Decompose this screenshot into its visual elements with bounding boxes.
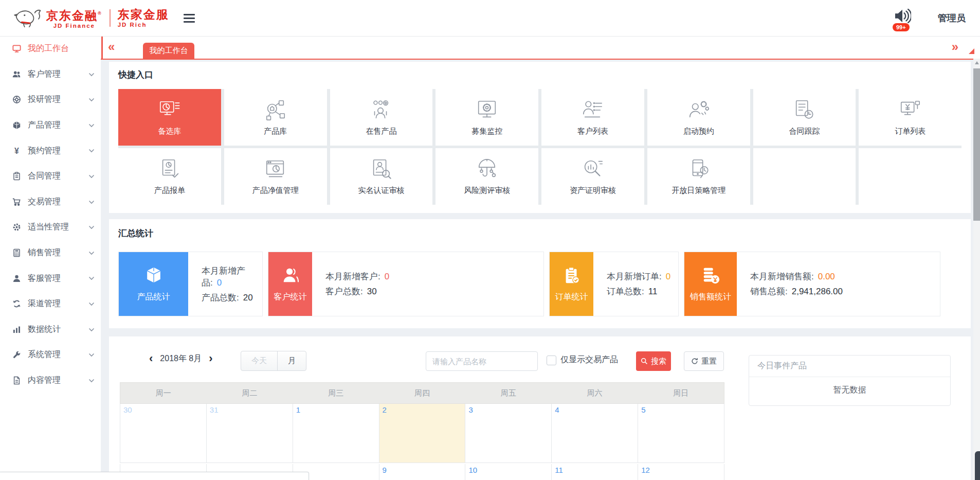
stat-line-new: 本月新增客户:0 [325,271,389,282]
stat-line1-value: 0 [666,272,670,281]
sidebar-item[interactable]: 产品管理 [0,113,101,138]
corner-triangle-icon[interactable] [969,48,974,54]
stat-line2-label: 销售总额: [750,287,788,296]
sidebar-item-label: 预约管理 [28,146,61,156]
collapse-tabs-right-icon[interactable]: » [952,40,958,54]
sidebar-item[interactable]: 合同管理 [0,164,101,189]
month-view-button[interactable]: 月 [277,351,306,371]
sidebar-item[interactable]: 交易管理 [0,189,101,215]
stat-line2-label: 产品总数: [202,293,239,303]
chevron-down-icon [88,149,95,153]
scroll-up-arrow-icon[interactable] [975,61,979,64]
quick-entry-card[interactable]: 产品报单 [118,148,221,205]
sidebar-item[interactable]: 销售管理 [0,240,101,266]
scrollbar-thumb[interactable] [973,68,980,221]
quick-entry-label: 备选库 [158,127,181,136]
stat-line2-value: 11 [648,287,658,296]
share-icon [12,299,21,308]
section-title-quick-entry: 快捷入口 [118,69,961,81]
calendar-day-number: 10 [468,466,477,474]
calendar-day-cell[interactable]: 30 [120,404,206,463]
quick-entry-card[interactable]: 启动预约 [647,89,750,146]
wrench-icon [12,350,21,359]
sidebar-item[interactable]: 我的工作台 [0,36,101,62]
sidebar-item-label: 数据统计 [28,324,61,335]
sidebar-item-label: 投研管理 [28,94,61,105]
quick-entry-card[interactable]: 募集监控 [435,89,538,146]
quick-entry-label: 启动预约 [683,127,714,136]
calendar-day-cell[interactable]: 11 [552,464,638,480]
quick-entry-card[interactable]: 资产证明审核 [541,148,644,205]
sidebar-item[interactable]: 适当性管理 [0,215,101,240]
calendar-grid: 周一周二周三周四周五周六周日 3031123459101112 [120,382,724,480]
today-button[interactable]: 今天 [241,351,278,371]
main-area: « 我的工作台 » 快捷入口 备选库产品库在售产品募集监控客户列表启动预约合同跟… [101,36,980,480]
collapse-tabs-left-icon[interactable]: « [108,40,115,54]
calendar-day-cell[interactable]: 3 [465,404,551,463]
calendar-day-cell[interactable]: 31 [207,404,293,463]
quick-entry-label: 开放日策略管理 [672,186,725,195]
calendar-week-row: 303112345 [120,404,724,463]
notifications-button[interactable]: 99+ [894,6,914,30]
fundraising-monitor-icon [475,98,499,122]
trade-products-only-label[interactable]: 仅显示交易产品 [560,354,618,365]
sidebar-item[interactable]: 客户管理 [0,62,101,87]
quick-entry-card[interactable]: 产品库 [224,89,327,146]
stat-line-total: 销售总额:2,941,286.00 [750,286,843,297]
sidebar-item[interactable]: ¥预约管理 [0,138,101,164]
quick-entry-card[interactable]: 风险测评审核 [435,148,538,205]
weekday-label: 周日 [638,388,724,398]
sidebar-item[interactable]: 渠道管理 [0,291,101,317]
chevron-down-icon [88,353,95,357]
vertical-scrollbar[interactable] [973,59,980,480]
quick-entry-section: 快捷入口 备选库产品库在售产品募集监控客户列表启动预约合同跟踪订单列表产品报单产… [109,62,971,213]
lifebuoy-icon [12,95,21,104]
sidebar-item[interactable]: 系统管理 [0,342,101,368]
calendar-day-cell[interactable]: 10 [465,464,551,480]
quick-entry-card[interactable]: 备选库 [118,89,221,146]
quick-entry-card[interactable]: 实名认证审核 [330,148,433,205]
stat-card-color-block: 订单统计 [550,252,593,316]
quick-entry-label: 募集监控 [471,127,502,136]
quick-entry-card[interactable]: 订单列表 [859,89,961,146]
gear-icon [12,223,21,232]
calendar-day-cell[interactable]: 2 [379,404,465,463]
trade-products-only-checkbox[interactable] [547,355,556,365]
tab-my-workbench[interactable]: 我的工作台 [143,43,194,59]
calendar-day-cell[interactable]: 12 [638,464,724,480]
chevron-down-icon [88,225,95,229]
quick-entry-card[interactable]: 在售产品 [330,89,433,146]
calendar-day-cell[interactable]: 4 [552,404,638,463]
scrollbar-thumb-dark[interactable] [975,451,980,480]
prev-month-icon[interactable]: ‹ [149,353,153,364]
sidebar-item-label: 交易管理 [28,197,61,207]
sidebar-item[interactable]: 内容管理 [0,368,101,394]
calendar-day-cell[interactable]: 9 [379,464,465,480]
sidebar-item[interactable]: 投研管理 [0,87,101,113]
search-button[interactable]: 搜索 [636,351,671,371]
next-month-icon[interactable]: › [209,353,212,364]
on-sale-products-icon [369,98,393,122]
quick-entry-card[interactable]: 开放日策略管理 [647,148,750,205]
chevron-down-icon [88,251,95,255]
user-menu[interactable]: 管理员 [938,12,966,24]
section-title-summary: 汇总统计 [118,227,961,239]
chevron-down-icon [88,328,95,332]
calendar-day-cell[interactable]: 1 [293,404,379,463]
chevron-down-icon [88,276,95,280]
cart-icon [12,198,21,206]
logo-secondary-text: 东家金服 [118,8,169,21]
calendar-day-cell[interactable]: 5 [638,404,724,463]
stat-card-info: 本月新增产品:0产品总数:20 [188,252,262,316]
sidebar-item[interactable]: 数据统计 [0,317,101,343]
sidebar-item[interactable]: 客服管理 [0,265,101,291]
app-header: 京东金融® JD Finance 东家金服 JD Rich 99+ 管理员 [0,0,980,37]
menu-toggle-icon[interactable] [184,14,195,23]
reset-button[interactable]: 重置 [684,351,724,371]
quick-entry-card[interactable]: 产品净值管理 [224,148,327,205]
product-name-input[interactable] [426,351,538,371]
quick-entry-card[interactable]: 客户列表 [541,89,644,146]
quick-entry-card[interactable]: 合同跟踪 [753,89,856,146]
sidebar-item-label: 内容管理 [28,375,61,386]
monitor-icon [12,44,21,53]
